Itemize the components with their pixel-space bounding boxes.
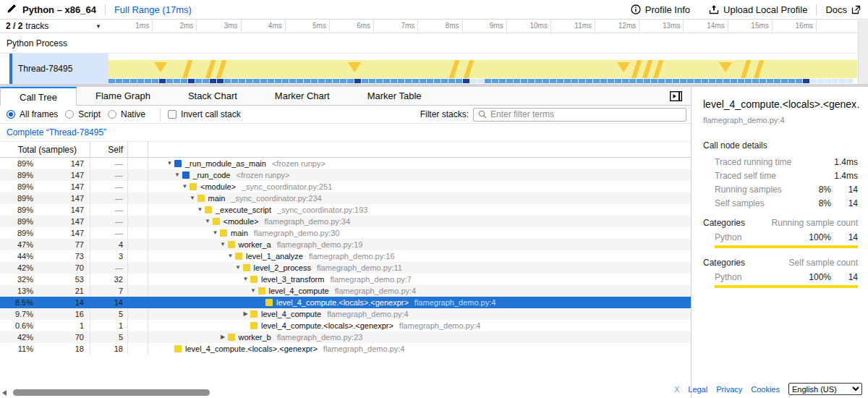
marker-slash-icon[interactable] [631, 60, 642, 78]
marker-slash-icon[interactable] [449, 60, 460, 78]
sample-segment[interactable] [268, 79, 274, 83]
sample-segment[interactable] [470, 79, 477, 83]
sample-segment[interactable] [123, 79, 129, 83]
sample-segment[interactable] [629, 79, 636, 83]
process-track-header[interactable]: Python Process [0, 33, 868, 54]
sample-segment[interactable] [665, 79, 672, 83]
invert-call-stack-checkbox[interactable] [168, 110, 176, 119]
sample-segment[interactable] [188, 79, 195, 83]
sample-segment[interactable] [326, 79, 332, 83]
thread-track[interactable]: Thread-78495 [0, 54, 868, 84]
expander-icon[interactable]: ▼ [165, 158, 174, 169]
sample-segment[interactable] [145, 79, 151, 83]
sample-segment[interactable] [499, 79, 506, 83]
sample-segment[interactable] [752, 79, 759, 83]
sample-segment[interactable] [477, 79, 484, 83]
sample-segment[interactable] [137, 79, 144, 83]
expander-icon[interactable]: ▼ [180, 181, 190, 192]
expander-icon[interactable]: ▶ [241, 308, 250, 320]
sample-segment[interactable] [810, 79, 817, 83]
sample-segment[interactable] [542, 79, 549, 83]
radio-script[interactable] [65, 110, 74, 119]
sample-segment[interactable] [745, 79, 752, 83]
sample-segment[interactable] [579, 79, 585, 83]
sample-segment[interactable] [803, 79, 809, 83]
sample-segment[interactable] [506, 79, 513, 83]
sample-segment[interactable] [224, 79, 231, 83]
sample-segment[interactable] [427, 79, 433, 83]
sample-segment[interactable] [492, 79, 498, 83]
marker-slash-icon[interactable] [182, 60, 193, 78]
sample-segment[interactable] [412, 79, 419, 83]
sample-segment[interactable] [825, 79, 831, 83]
language-select[interactable]: English (US) [788, 383, 862, 395]
expander-icon[interactable]: ▼ [249, 285, 258, 297]
sample-segment[interactable] [434, 79, 441, 83]
sample-segment[interactable] [586, 79, 592, 83]
footer-link-legal[interactable]: Legal [688, 385, 707, 394]
tab-marker-chart[interactable]: Marker Chart [256, 87, 349, 105]
sample-segment[interactable] [318, 79, 325, 83]
call-tree-row[interactable]: 89%147—▼_run_code<frozen runpy> [0, 169, 691, 181]
sample-segment[interactable] [463, 79, 469, 83]
tracks-vertical-scrollbar[interactable] [858, 20, 868, 84]
filter-stacks-input[interactable] [490, 109, 681, 119]
sample-segment[interactable] [637, 79, 643, 83]
sample-segment[interactable] [564, 79, 571, 83]
sample-segment[interactable] [528, 79, 535, 83]
column-header-self[interactable]: Self [90, 142, 128, 157]
sample-segment[interactable] [615, 79, 621, 83]
expander-icon[interactable]: ▼ [188, 192, 197, 204]
call-tree-row[interactable]: 89%147—▼<module>_sync_coordinator.py:251 [0, 181, 691, 192]
sidebar-toggle-button[interactable] [670, 91, 682, 103]
sample-segment[interactable] [781, 79, 788, 83]
sample-segment[interactable] [391, 79, 397, 83]
call-tree-row[interactable]: 32%5332▼level_3_transformflamegraph_demo… [0, 274, 691, 285]
sample-strip[interactable] [109, 79, 857, 83]
marker-slash-icon[interactable] [642, 60, 653, 78]
expander-icon[interactable]: ▼ [218, 239, 228, 250]
sample-segment[interactable] [658, 79, 665, 83]
sample-segment[interactable] [174, 79, 180, 83]
docs-button[interactable]: Docs [825, 4, 861, 15]
sample-segment[interactable] [217, 79, 224, 83]
sample-segment[interactable] [702, 79, 708, 83]
footer-link-cookies[interactable]: Cookies [751, 385, 780, 394]
sample-segment[interactable] [622, 79, 629, 83]
sample-segment[interactable] [231, 79, 238, 83]
sample-segment[interactable] [788, 79, 795, 83]
sample-segment[interactable] [680, 79, 686, 83]
footer-link-x[interactable]: X [674, 385, 679, 394]
sample-segment[interactable] [485, 79, 491, 83]
marker-droplet-icon[interactable] [348, 62, 361, 72]
expander-icon[interactable]: ▼ [234, 262, 243, 274]
marker-slash-icon[interactable] [464, 60, 475, 78]
call-tree-row[interactable]: 42%70—▼level_2_processflamegraph_demo.py… [0, 262, 691, 274]
sample-segment[interactable] [709, 79, 715, 83]
sample-segment[interactable] [839, 79, 846, 83]
sample-segment[interactable] [398, 79, 404, 83]
sample-segment[interactable] [195, 79, 202, 83]
scrollbar-thumb[interactable] [13, 389, 210, 396]
sample-segment[interactable] [159, 79, 166, 83]
column-header-total[interactable]: Total (samples) [0, 142, 90, 157]
radio-all-frames[interactable] [7, 110, 15, 119]
expander-icon[interactable]: ▼ [226, 250, 235, 262]
sample-segment[interactable] [550, 79, 556, 83]
call-tree-row[interactable]: 89%147—▼main_sync_coordinator.py:234 [0, 192, 691, 204]
marker-droplet-icon[interactable] [617, 62, 630, 72]
horizontal-scrollbar[interactable] [0, 388, 691, 398]
sample-segment[interactable] [687, 79, 694, 83]
sample-segment[interactable] [275, 79, 281, 83]
expander-icon[interactable]: ▶ [218, 331, 228, 343]
full-range-link[interactable]: Full Range (17ms) [114, 4, 192, 15]
edit-pencil-icon[interactable] [7, 4, 17, 15]
sample-segment[interactable] [405, 79, 412, 83]
sample-segment[interactable] [673, 79, 679, 83]
marker-slash-icon[interactable] [754, 60, 765, 78]
thread-track-label[interactable]: Thread-78495 [9, 54, 109, 84]
sample-segment[interactable] [340, 79, 346, 83]
sample-segment[interactable] [152, 79, 158, 83]
sample-segment[interactable] [116, 79, 122, 83]
expander-icon[interactable]: ▼ [241, 274, 250, 285]
